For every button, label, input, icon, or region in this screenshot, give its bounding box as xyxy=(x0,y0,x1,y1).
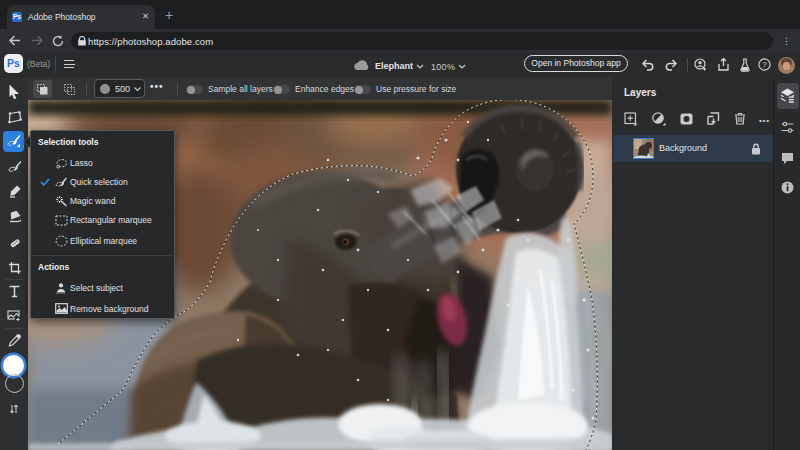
svg-text:?: ? xyxy=(762,60,767,69)
